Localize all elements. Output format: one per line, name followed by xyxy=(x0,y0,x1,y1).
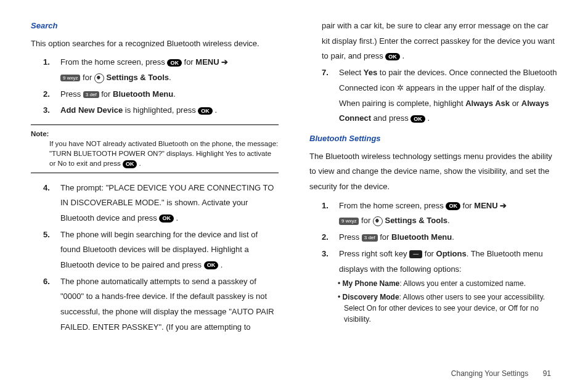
left-column: Search This option searches for a recogn… xyxy=(31,18,279,336)
key-3-icon: 3 def xyxy=(362,234,378,242)
ok-icon: OK xyxy=(204,261,219,269)
ok-icon: OK xyxy=(167,59,182,67)
note-block: Note: If you have NOT already activated … xyxy=(31,125,279,173)
key-3-icon: 3 def xyxy=(83,91,99,99)
bluetooth-settings-intro: The Bluetooth wireless technology settin… xyxy=(309,149,557,195)
key-9-icon: 9 wxyz xyxy=(339,218,359,225)
step-5: 5. The phone will begin searching for th… xyxy=(43,227,279,273)
list-item: • My Phone Name: Allows you enter a cust… xyxy=(338,278,557,289)
bt-step-1: 1. From the home screen, press OK for ME… xyxy=(322,198,557,229)
step-2: 2. Press 3 def for Bluetooth Menu. xyxy=(43,87,279,102)
step-6: 6. The phone automatically attempts to s… xyxy=(43,274,279,335)
list-item: • Discovery Mode: Allows other users to … xyxy=(338,292,557,325)
settings-icon xyxy=(373,216,383,226)
ok-icon: OK xyxy=(198,107,213,115)
step-4: 4. The prompt: "PLACE DEVICE YOU ARE CON… xyxy=(43,181,279,226)
bluetooth-settings-heading: Bluetooth Settings xyxy=(309,131,557,147)
ok-icon: OK xyxy=(446,202,460,210)
ok-icon: OK xyxy=(385,53,400,61)
bt-step-2: 2. Press 3 def for Bluetooth Menu. xyxy=(322,230,557,245)
chapter-title: Changing Your Settings xyxy=(451,369,528,378)
page-footer: Changing Your Settings 91 xyxy=(451,367,551,381)
options-list: • My Phone Name: Allows you enter a cust… xyxy=(338,278,557,325)
bluetooth-icon: ✲ xyxy=(397,81,404,96)
ok-icon: OK xyxy=(123,160,137,168)
step-7: 7. Select Yes to pair the devices. Once … xyxy=(322,65,557,126)
step-1: 1. From the home screen, press OK for ME… xyxy=(43,55,279,85)
step-3: 3. Add New Device is highlighted, press … xyxy=(43,103,279,118)
page-number: 91 xyxy=(543,369,551,378)
softkey-icon: — xyxy=(409,250,422,258)
settings-icon xyxy=(94,73,104,83)
search-heading: Search xyxy=(31,18,279,34)
right-column: pair with a car kit, be sure to clear an… xyxy=(309,18,557,336)
key-9-icon: 9 wxyz xyxy=(60,75,80,82)
bt-step-3: 3. Press right soft key — for Options. T… xyxy=(322,247,557,277)
search-intro: This option searches for a recognized Bl… xyxy=(31,36,279,52)
step-6-cont: pair with a car kit, be sure to clear an… xyxy=(339,18,557,64)
ok-icon: OK xyxy=(410,115,425,123)
ok-icon: OK xyxy=(159,214,174,223)
